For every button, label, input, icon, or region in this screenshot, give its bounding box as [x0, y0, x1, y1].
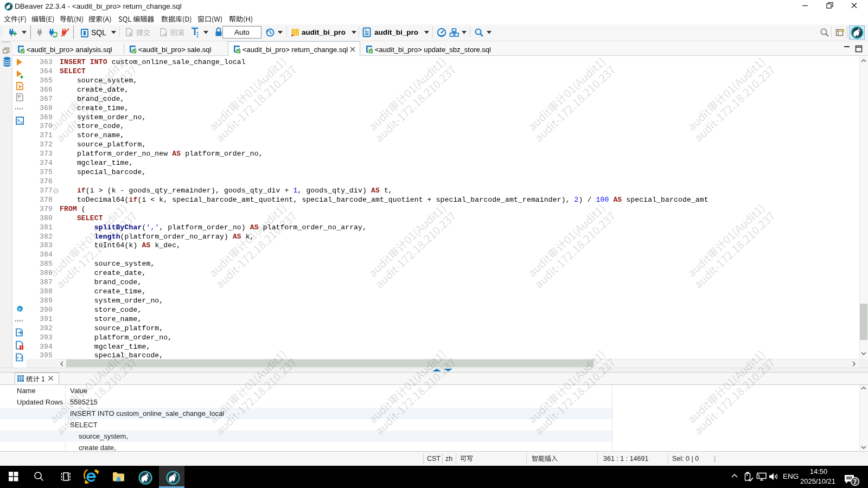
svg-text:7: 7: [853, 478, 857, 486]
